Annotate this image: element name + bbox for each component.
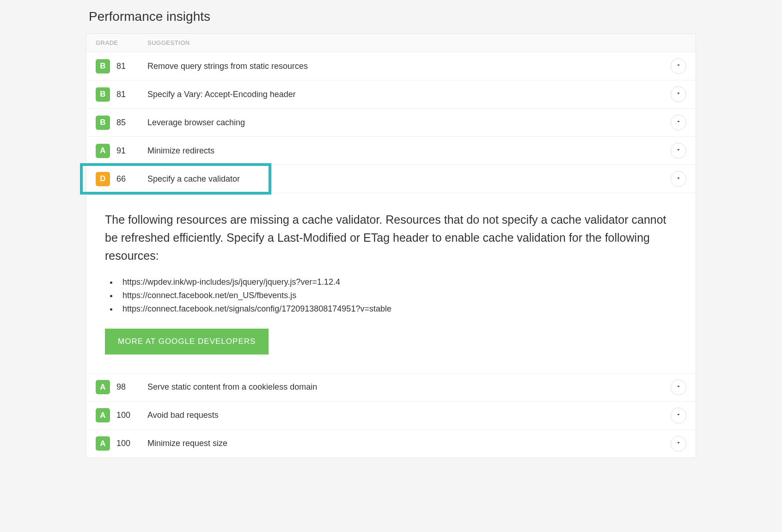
table-row[interactable]: A98Serve static content from a cookieles… [86,373,696,402]
collapse-button[interactable] [671,171,686,187]
grade-badge: B [96,87,110,102]
chevron-down-icon [675,411,682,420]
expand-button[interactable] [671,115,686,130]
table-row[interactable]: B81Remove query strings from static reso… [86,52,696,80]
expand-button[interactable] [671,379,686,395]
table-row[interactable]: B81Specify a Vary: Accept-Encoding heade… [86,80,696,109]
suggestion-text: Leverage browser caching [147,118,671,128]
grade-badge: B [96,59,110,73]
chevron-down-icon [675,90,682,98]
expand-button[interactable] [671,143,686,159]
expand-button[interactable] [671,436,686,452]
grade-score: 81 [116,61,126,71]
suggestion-text: Minimize redirects [147,146,671,156]
grade-badge: D [96,172,110,186]
chevron-down-icon [675,383,682,391]
header-suggestion: SUGGESTION [147,39,190,46]
insights-table: GRADE SUGGESTION B81Remove query strings… [86,33,696,458]
grade-cell: A100 [96,436,147,451]
grade-score: 81 [116,90,126,99]
grade-cell: B81 [96,59,147,73]
grade-score: 98 [116,382,126,392]
details-resource-item: https://wpdev.ink/wp-includes/js/jquery/… [118,275,677,289]
details-resource-list: https://wpdev.ink/wp-includes/js/jquery/… [105,275,677,315]
grade-badge: A [96,144,110,158]
details-resource-item: https://connect.facebook.net/signals/con… [118,302,677,316]
grade-score: 66 [116,174,126,184]
row-details: The following resources are missing a ca… [86,193,696,373]
grade-score: 100 [116,410,130,420]
chevron-down-icon [675,62,682,70]
more-at-google-button[interactable]: MORE AT GOOGLE DEVELOPERS [105,329,269,355]
table-row[interactable]: A100Avoid bad requests [86,402,696,430]
grade-cell: A100 [96,408,147,422]
expand-button[interactable] [671,86,686,102]
table-header: GRADE SUGGESTION [86,34,696,52]
rows-container: B81Remove query strings from static reso… [86,52,696,458]
performance-insights-panel: Performance insights GRADE SUGGESTION B8… [86,9,696,458]
suggestion-text: Avoid bad requests [147,410,671,420]
chevron-down-icon [675,118,682,127]
table-row[interactable]: A91Minimize redirects [86,137,696,165]
grade-badge: B [96,116,110,130]
chevron-down-icon [675,440,682,448]
grade-cell: A98 [96,380,147,394]
grade-badge: A [96,408,110,422]
chevron-up-icon [675,175,682,183]
suggestion-text: Specify a Vary: Accept-Encoding header [147,90,671,99]
details-description: The following resources are missing a ca… [105,211,677,264]
suggestion-text: Specify a cache validator [147,174,671,184]
chevron-down-icon [675,147,682,155]
table-row[interactable]: A100Minimize request size [86,430,696,458]
grade-score: 100 [116,439,130,448]
grade-cell: B85 [96,116,147,130]
grade-badge: A [96,436,110,451]
page-title: Performance insights [89,9,696,24]
header-grade: GRADE [96,39,147,46]
suggestion-text: Serve static content from a cookieless d… [147,382,671,392]
grade-score: 91 [116,146,126,156]
table-row[interactable]: D66Specify a cache validator [86,165,696,193]
expand-button[interactable] [671,58,686,74]
grade-badge: A [96,380,110,394]
suggestion-text: Remove query strings from static resourc… [147,61,671,71]
details-resource-item: https://connect.facebook.net/en_US/fbeve… [118,289,677,302]
grade-cell: A91 [96,144,147,158]
grade-score: 85 [116,118,126,128]
table-row[interactable]: B85Leverage browser caching [86,109,696,137]
grade-cell: D66 [96,172,147,186]
expand-button[interactable] [671,408,686,423]
grade-cell: B81 [96,87,147,102]
suggestion-text: Minimize request size [147,439,671,448]
